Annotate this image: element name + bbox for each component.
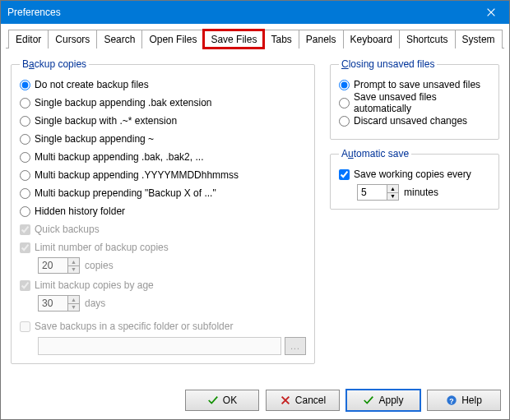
auto-save-value[interactable] xyxy=(357,184,387,201)
spin-down-icon[interactable]: ▼ xyxy=(387,193,398,201)
backup-opt-hidden[interactable] xyxy=(20,206,30,217)
backup-opt-prepend-label: Multi backup prepending "Backup X of ...… xyxy=(35,187,216,199)
closing-opt-prompt[interactable] xyxy=(339,80,350,90)
backup-opt-tilde-label: Single backup appending ~ xyxy=(35,133,154,145)
closing-unsaved-group: Closing unsaved files Prompt to save uns… xyxy=(330,58,499,140)
backup-opt-bak[interactable] xyxy=(20,98,30,108)
tab-keyboard[interactable]: Keyboard xyxy=(343,30,400,48)
auto-save-checkbox[interactable] xyxy=(339,169,350,180)
quick-backups-label: Quick backups xyxy=(35,224,100,235)
help-button[interactable]: ? Help xyxy=(427,390,501,411)
auto-save-label: Save working copies every xyxy=(354,168,471,180)
tab-bar: Editor Cursors Search Open Files Save Fi… xyxy=(6,29,504,48)
tab-editor[interactable]: Editor xyxy=(8,30,49,48)
spin-down-icon: ▼ xyxy=(68,266,79,274)
auto-save-unit: minutes xyxy=(404,187,438,198)
ok-label: OK xyxy=(223,395,237,406)
spin-up-icon: ▲ xyxy=(68,258,79,266)
closing-opt-auto-label: Save unsaved files automatically xyxy=(354,91,490,114)
check-icon xyxy=(363,395,374,406)
cancel-icon xyxy=(280,395,291,406)
check-icon xyxy=(207,395,219,406)
limit-age-checkbox xyxy=(20,280,30,291)
closing-opt-discard[interactable] xyxy=(339,116,350,127)
tab-shortcuts[interactable]: Shortcuts xyxy=(399,30,456,48)
quick-backups-checkbox xyxy=(20,224,30,235)
limit-number-checkbox xyxy=(20,242,30,253)
tab-save-files[interactable]: Save Files xyxy=(203,30,264,48)
backup-opt-multi-bak-label: Multi backup appending .bak, .bak2, ... xyxy=(35,151,203,163)
apply-label: Apply xyxy=(378,395,403,406)
limit-age-label: Limit backup copies by age xyxy=(35,279,154,291)
backup-opt-datetime[interactable] xyxy=(20,170,30,181)
auto-legend: Automatic save xyxy=(339,148,411,159)
backup-opt-prepend[interactable] xyxy=(20,188,30,199)
specific-folder-checkbox xyxy=(20,321,30,332)
close-icon xyxy=(485,7,497,18)
limit-number-label: Limit number of backup copies xyxy=(35,242,169,253)
tab-open-files[interactable]: Open Files xyxy=(141,30,204,48)
cancel-button[interactable]: Cancel xyxy=(266,390,340,411)
automatic-save-group: Automatic save Save working copies every… xyxy=(330,148,499,210)
tab-search[interactable]: Search xyxy=(96,30,142,48)
ok-button[interactable]: OK xyxy=(185,390,259,411)
backup-opt-tilde-star[interactable] xyxy=(20,116,30,127)
backup-opt-none[interactable] xyxy=(20,80,30,90)
closing-opt-prompt-label: Prompt to save unsaved files xyxy=(354,79,480,90)
limit-number-unit: copies xyxy=(85,260,114,271)
limit-number-value xyxy=(38,257,67,274)
tab-cursors[interactable]: Cursors xyxy=(48,30,97,48)
tab-system[interactable]: System xyxy=(455,30,503,48)
tab-tabs[interactable]: Tabs xyxy=(263,30,299,48)
spin-up-icon: ▲ xyxy=(68,296,79,304)
limit-age-unit: days xyxy=(85,298,105,309)
svg-text:?: ? xyxy=(449,397,453,405)
limit-age-value xyxy=(38,295,67,312)
backup-opt-hidden-label: Hidden history folder xyxy=(35,205,125,217)
backup-opt-tilde-star-label: Single backup with .~* extension xyxy=(35,115,177,127)
browse-folder-button: ... xyxy=(285,337,306,355)
closing-legend: Closing unsaved files xyxy=(339,58,437,70)
closing-opt-auto[interactable] xyxy=(339,98,350,108)
backup-legend: Backup copies xyxy=(20,58,89,70)
help-label: Help xyxy=(461,395,482,406)
specific-folder-label: Save backups in a specific folder or sub… xyxy=(35,321,233,332)
specific-folder-input xyxy=(38,337,281,355)
cancel-label: Cancel xyxy=(295,395,326,406)
close-button[interactable] xyxy=(473,1,509,24)
backup-opt-datetime-label: Multi backup appending .YYYYMMDDhhmmss xyxy=(35,169,239,181)
spin-up-icon[interactable]: ▲ xyxy=(387,185,398,193)
backup-copies-group: Backup copies Do not create backup files… xyxy=(11,58,315,364)
apply-button[interactable]: Apply xyxy=(346,390,420,411)
backup-opt-none-label: Do not create backup files xyxy=(35,79,149,90)
backup-opt-tilde[interactable] xyxy=(20,134,30,145)
help-icon: ? xyxy=(446,395,457,406)
window-title: Preferences xyxy=(7,7,61,18)
spin-down-icon: ▼ xyxy=(68,304,79,312)
tab-panels[interactable]: Panels xyxy=(299,30,344,48)
closing-opt-discard-label: Discard unsaved changes xyxy=(354,115,467,127)
backup-opt-bak-label: Single backup appending .bak extension xyxy=(35,97,212,108)
backup-opt-multi-bak[interactable] xyxy=(20,152,30,163)
